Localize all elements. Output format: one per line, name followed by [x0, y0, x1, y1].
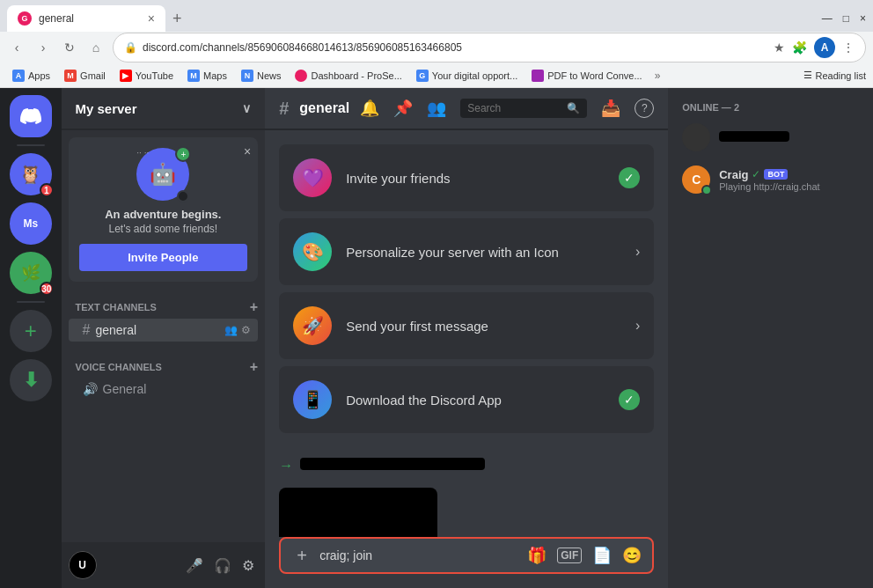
invite-people-button[interactable]: Invite People: [79, 244, 248, 271]
forward-button[interactable]: ›: [33, 40, 53, 55]
pin-icon[interactable]: 📌: [393, 99, 413, 118]
checklist-item-message[interactable]: 🚀 Send your first message ›: [279, 292, 654, 359]
channel-hash-icon: #: [279, 99, 289, 119]
search-icon: 🔍: [567, 102, 580, 114]
online-header: ONLINE — 2: [682, 102, 859, 113]
bookmark-gmail[interactable]: M Gmail: [59, 68, 111, 84]
bookmarks-more-button[interactable]: »: [655, 70, 661, 82]
checklist-download-icon: 📱: [293, 380, 332, 419]
craig-avatar: C: [682, 165, 710, 194]
emoji-icon[interactable]: 😊: [622, 546, 642, 565]
checklist-message-text: Send your first message: [346, 319, 621, 334]
bookmark-gmail-label: Gmail: [80, 70, 106, 81]
add-voice-channel-button[interactable]: +: [250, 359, 258, 375]
bookmark-maps[interactable]: M Maps: [182, 68, 232, 84]
add-member-icon[interactable]: 👥: [224, 324, 238, 336]
close-button[interactable]: ×: [860, 12, 866, 25]
search-input[interactable]: [467, 102, 561, 114]
hash-icon: #: [83, 322, 91, 338]
search-bar[interactable]: 🔍: [460, 99, 587, 118]
server-discord[interactable]: [10, 95, 52, 137]
bookmark-dashboard[interactable]: Dashboard - ProSe...: [290, 68, 407, 84]
checklist-item-invite[interactable]: 💜 Invite your friends ✓: [279, 144, 654, 211]
popup-sparkle: ·· ··: [136, 148, 149, 158]
checklist-personalize-icon: 🎨: [293, 232, 332, 271]
chat-input-box[interactable]: + 🎁 GIF 📄 😊: [279, 537, 654, 574]
channel-header-name: general: [299, 100, 349, 116]
current-user-avatar: U: [69, 551, 97, 579]
notification-badge-2: 30: [40, 282, 54, 296]
minimize-button[interactable]: —: [822, 12, 833, 25]
checklist-item-personalize[interactable]: 🎨 Personalize your server with an Icon ›: [279, 218, 654, 285]
refresh-button[interactable]: ↻: [60, 40, 79, 55]
bookmark-news[interactable]: N News: [236, 68, 287, 84]
add-text-channel-button[interactable]: +: [250, 299, 258, 315]
discover-servers-button[interactable]: ⬇: [10, 359, 52, 401]
server-owl[interactable]: 🦉 1: [10, 153, 52, 195]
server-name-header[interactable]: My server ∨: [62, 88, 266, 130]
url-field[interactable]: 🔒 discord.com/channels/85690608466801461…: [113, 33, 866, 62]
speaker-icon: 🔊: [83, 382, 98, 396]
reading-list-button[interactable]: ☰ Reading list: [803, 70, 866, 81]
new-tab-button[interactable]: +: [172, 10, 182, 28]
checklist-message-icon: 🚀: [293, 306, 332, 345]
headphones-icon[interactable]: 🎧: [210, 554, 235, 577]
gift-icon[interactable]: 🎁: [527, 546, 547, 565]
bot-badge: BOT: [764, 169, 788, 180]
voice-channel-general[interactable]: 🔊 General: [69, 379, 259, 400]
voice-channels-section: VOICE CHANNELS + 🔊 General: [62, 356, 266, 400]
channel-sidebar: My server ∨ × 🤖 + ·· ·· An adventure beg…: [62, 88, 266, 588]
settings-icon[interactable]: ⚙: [241, 324, 251, 336]
image-message-row: [279, 479, 654, 537]
chat-input-area: + 🎁 GIF 📄 😊: [265, 537, 668, 588]
tab-favicon: G: [18, 11, 32, 26]
bookmark-dashboard-label: Dashboard - ProSe...: [311, 70, 401, 81]
message-image: [279, 488, 437, 537]
member-item-craig[interactable]: C Craig ✓ BOT Playing http://craig.chat: [682, 162, 859, 197]
system-message-row: →: [279, 454, 654, 475]
bookmark-pdf[interactable]: PDF to Word Conve...: [526, 68, 647, 84]
server-ms[interactable]: Ms: [10, 202, 52, 245]
home-button[interactable]: ⌂: [86, 40, 106, 55]
voice-channels-header[interactable]: VOICE CHANNELS +: [62, 356, 266, 379]
microphone-icon[interactable]: 🎤: [182, 554, 207, 577]
user-settings-icon[interactable]: ⚙: [238, 554, 258, 577]
notification-bell-icon[interactable]: 🔔: [360, 99, 379, 118]
bookmark-apps-label: Apps: [28, 70, 50, 81]
bookmark-youtube[interactable]: ▶ YouTube: [114, 68, 179, 84]
server-green[interactable]: 🌿 30: [10, 252, 52, 294]
maximize-button[interactable]: □: [843, 12, 849, 25]
browser-chrome: G general × + — □ × ‹ › ↻ ⌂ 🔒 discord.co…: [0, 0, 873, 88]
bookmark-digital[interactable]: G Your digital opport...: [411, 68, 523, 84]
sidebar-bottom: U 🎤 🎧 ⚙: [62, 542, 266, 588]
message-area: → July 2, 2021 → Craig join: [265, 454, 668, 537]
main-content: # general 🔔 📌 👥 🔍 📥 ? �: [265, 88, 668, 588]
message-input[interactable]: [319, 539, 520, 572]
checklist-invite-check: ✓: [619, 167, 640, 188]
invite-popup-close-button[interactable]: ×: [244, 144, 251, 158]
add-server-button[interactable]: +: [10, 310, 52, 352]
help-icon[interactable]: ?: [635, 99, 654, 118]
url-text: discord.com/channels/856906084668014613/…: [143, 41, 462, 54]
checklist-item-download[interactable]: 📱 Download the Discord App ✓: [279, 366, 654, 433]
bookmark-digital-label: Your digital opport...: [432, 70, 517, 81]
sticker-icon[interactable]: 📄: [592, 546, 612, 565]
craig-name-row: Craig ✓ BOT: [719, 168, 859, 181]
redacted-message: [300, 458, 485, 470]
tab-close-button[interactable]: ×: [148, 11, 155, 26]
members-icon[interactable]: 👥: [427, 99, 446, 118]
back-button[interactable]: ‹: [7, 40, 26, 55]
active-tab[interactable]: G general ×: [7, 5, 165, 32]
popup-badge: +: [175, 146, 191, 162]
gif-icon[interactable]: GIF: [557, 548, 582, 563]
text-channels-header[interactable]: TEXT CHANNELS +: [62, 296, 266, 319]
bookmark-apps[interactable]: A Apps: [7, 68, 55, 84]
chat-area: 💜 Invite your friends ✓ 🎨 Personalize yo…: [265, 130, 668, 537]
attach-file-button[interactable]: +: [291, 546, 312, 566]
discord-app: 🦉 1 Ms 🌿 30 + ⬇ My server ∨ × 🤖 + ·· ··: [0, 88, 873, 588]
inbox-icon[interactable]: 📥: [601, 99, 620, 118]
channel-item-general[interactable]: # general 👥 ⚙: [69, 319, 259, 342]
address-bar: ‹ › ↻ ⌂ 🔒 discord.com/channels/856906084…: [0, 32, 873, 63]
profile-icon[interactable]: A: [814, 37, 835, 58]
member-item-redacted[interactable]: [682, 120, 859, 155]
